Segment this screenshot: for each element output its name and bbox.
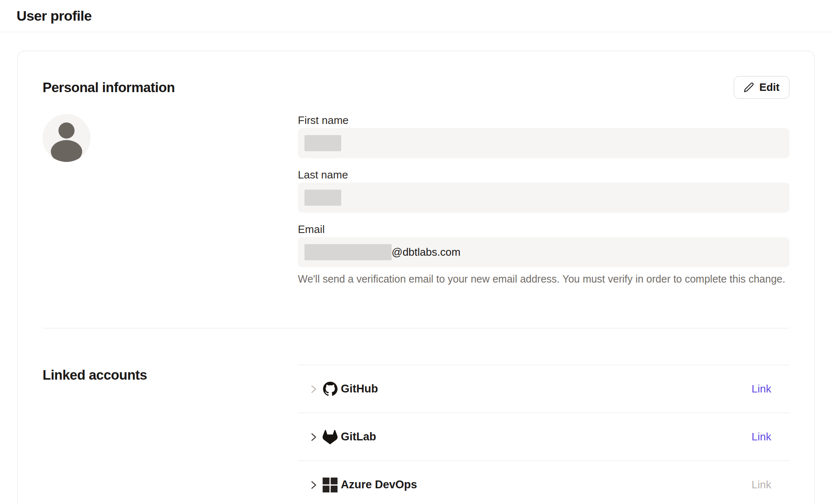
gitlab-icon bbox=[323, 430, 338, 445]
gitlab-link-action[interactable]: Link bbox=[751, 430, 771, 443]
linked-accounts-heading-column: Linked accounts bbox=[43, 365, 298, 504]
provider-name: Azure DevOps bbox=[341, 478, 417, 491]
chevron-right-icon[interactable] bbox=[309, 385, 318, 394]
email-domain-text: @dbtlabs.com bbox=[392, 246, 461, 259]
linked-account-row-gitlab[interactable]: GitLab Link bbox=[298, 413, 789, 461]
azure-devops-icon bbox=[323, 478, 338, 492]
redacted-last-name-value bbox=[304, 190, 341, 206]
user-profile-card: Personal information Edit bbox=[17, 51, 815, 504]
edit-button[interactable]: Edit bbox=[734, 76, 789, 99]
first-name-input[interactable] bbox=[298, 128, 789, 158]
pencil-icon bbox=[744, 82, 754, 93]
personal-information-body: First name Last name Email @dbtlabs.com … bbox=[43, 114, 789, 295]
page-title: User profile bbox=[17, 8, 92, 24]
first-name-label: First name bbox=[298, 114, 789, 126]
redacted-first-name-value bbox=[304, 135, 341, 151]
provider-name: GitHub bbox=[341, 383, 378, 395]
chevron-right-icon[interactable] bbox=[309, 433, 318, 442]
email-helper-text: We'll send a verification email to your … bbox=[298, 273, 789, 285]
page-header: User profile bbox=[0, 0, 832, 32]
github-icon bbox=[323, 382, 338, 397]
provider-name: GitLab bbox=[341, 430, 376, 443]
linked-account-row-github[interactable]: GitHub Link bbox=[298, 365, 789, 413]
last-name-input[interactable] bbox=[298, 183, 789, 213]
last-name-field-group: Last name bbox=[298, 169, 789, 213]
personal-information-heading: Personal information bbox=[43, 80, 175, 95]
azure-devops-link-action: Link bbox=[751, 478, 771, 491]
edit-button-label: Edit bbox=[759, 81, 780, 94]
email-input[interactable]: @dbtlabs.com bbox=[298, 237, 789, 267]
email-label: Email bbox=[298, 223, 789, 235]
last-name-label: Last name bbox=[298, 169, 789, 181]
section-divider bbox=[43, 328, 789, 328]
fields-column: First name Last name Email @dbtlabs.com … bbox=[298, 114, 789, 295]
avatar bbox=[43, 114, 90, 162]
email-field-group: Email @dbtlabs.com We'll send a verifica… bbox=[298, 223, 789, 285]
github-link-action[interactable]: Link bbox=[751, 383, 771, 395]
linked-accounts-section: Linked accounts GitHub Link bbox=[43, 365, 789, 504]
first-name-field-group: First name bbox=[298, 114, 789, 158]
redacted-email-local-part bbox=[304, 244, 392, 260]
linked-accounts-list: GitHub Link GitLab Link bbox=[298, 365, 789, 504]
linked-accounts-heading: Linked accounts bbox=[43, 367, 298, 383]
avatar-column bbox=[43, 114, 298, 295]
person-silhouette-icon bbox=[43, 114, 90, 162]
personal-information-header: Personal information Edit bbox=[43, 76, 789, 99]
linked-account-row-azure-devops[interactable]: Azure DevOps Link bbox=[298, 461, 789, 504]
chevron-right-icon[interactable] bbox=[309, 480, 318, 490]
